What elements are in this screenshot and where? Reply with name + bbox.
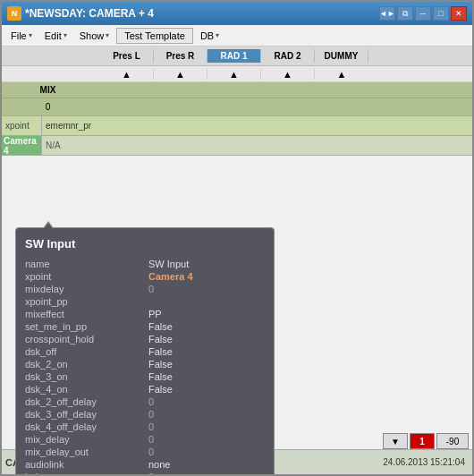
title-bar: N *NEWSDAY: CAMERA + 4 ◄► ⧉ ─ □ ✕ [2,2,472,25]
title-bar-buttons: ◄► ⧉ ─ □ ✕ [379,6,467,21]
arrow-5: ▲ [315,69,368,80]
xpoint-row: xpoint ememnr_pr [2,116,472,136]
edit-menu[interactable]: Edit ▾ [39,29,72,43]
test-template-button[interactable]: Test Template [116,28,193,44]
tooltip-key-mixdelay: mixdelay [25,284,141,294]
camera4-row: Camera 4 N/A [2,136,472,156]
arrow-1: ▲ [100,69,154,80]
tooltip-val-dsk4on: False [148,384,173,395]
edit-menu-arrow: ▾ [63,31,67,39]
mix-value-row: 0 [2,98,472,115]
db-menu-arrow: ▾ [216,31,219,39]
tooltip-val-mixdelayout: 0 [148,446,154,457]
tooltip-row-mixeffect: mixeffect PP [25,308,265,320]
nav-button[interactable]: ◄► [379,6,395,21]
tooltip-popup: SW Input name SW Input xpoint Camera 4 m… [15,227,275,474]
tooltip-key-dsk4offdelay: dsk_4_off_delay [25,421,141,432]
tooltip-row-crosspointhold: crosspoint_hold False [25,333,265,345]
window-title: *NEWSDAY: CAMERA + 4 [25,7,376,20]
channel-rad1: RAD 1 [207,49,261,63]
bottom-area: ▼ 1 -90 CAM 24.06.2013 15:21:04 SW Input… [2,156,472,474]
tooltip-key-dsk3offdelay: dsk_3_off_delay [25,409,141,420]
tooltip-key-setmeinpp: set_me_in_pp [25,321,141,332]
tooltip-row-dsk3offdelay: dsk_3_off_delay 0 [25,408,265,421]
slider-1[interactable]: ▼ [383,433,408,449]
show-menu-arrow: ▾ [106,31,109,39]
tooltip-row-dskoff: dsk_off False [25,345,265,358]
arrow-3: ▲ [207,69,261,80]
file-menu[interactable]: File ▾ [5,29,38,43]
close-button[interactable]: ✕ [451,6,467,21]
timestamp: 24.06.2013 15:21:04 [383,457,465,467]
tooltip-key-dsk3on: dsk_3_on [25,371,141,382]
tooltip-val-xpoint: Camera 4 [148,271,193,282]
tooltip-row-index: index 0 [25,471,265,474]
menu-bar: File ▾ Edit ▾ Show ▾ Test Template DB ▾ [2,25,472,47]
tooltip-row-xpointpp: xpoint_pp [25,295,265,308]
arrow-4: ▲ [261,69,315,80]
tooltip-key-audiolink: audiolink [25,459,141,470]
maximize-button[interactable]: □ [433,6,449,21]
xpoint-name: ememnr_pr [42,121,100,131]
channel-header: Pres L Pres R RAD 1 RAD 2 DUMMY [2,47,472,66]
tooltip-row-dsk3on: dsk_3_on False [25,370,265,383]
tooltip-key-xpointpp: xpoint_pp [25,296,141,307]
xpoint-type: xpoint [2,116,42,135]
arrow-row: ▲ ▲ ▲ ▲ ▲ [2,66,472,82]
tooltip-row-name: name SW Input [25,258,265,270]
tooltip-key-mixeffect: mixeffect [25,309,141,319]
tooltip-val-dsk3offdelay: 0 [148,409,154,420]
channel-dummy: DUMMY [315,49,368,63]
tooltip-val-mixdelay: 0 [148,284,154,294]
channel-pres-r: Pres R [154,49,207,63]
tooltip-key-dsk4on: dsk_4_on [25,384,141,395]
tooltip-row-mixdelay2: mix_delay 0 [25,433,265,446]
tooltip-key-xpoint: xpoint [25,271,141,282]
tooltip-row-mixdelayout: mix_delay_out 0 [25,446,265,458]
tooltip-row-dsk4on: dsk_4_on False [25,383,265,395]
camera4-value: N/A [42,140,87,150]
mix-label-row: MIX [2,82,472,98]
tooltip-key-dskoff: dsk_off [25,346,141,357]
tooltip-row-dsk2on: dsk_2_on False [25,358,265,370]
channel-rad2: RAD 2 [261,49,315,63]
slider-row: ▼ 1 -90 [383,433,469,449]
camera4-label: Camera 4 [2,136,42,155]
mix-label: MIX [5,85,90,95]
tooltip-row-dsk2offdelay: dsk_2_off_delay 0 [25,395,265,408]
tooltip-val-dsk2offdelay: 0 [148,396,154,407]
tooltip-val-mixdelay2: 0 [148,434,154,445]
tooltip-val-dsk3on: False [148,371,173,382]
tooltip-row-audiolink: audiolink none [25,458,265,471]
show-menu[interactable]: Show ▾ [74,29,115,43]
tooltip-key-crosspointhold: crosspoint_hold [25,334,141,344]
tooltip-val-dsk4offdelay: 0 [148,421,154,432]
mix-value-box: 0 [5,102,90,112]
minimize-button[interactable]: ─ [415,6,431,21]
tooltip-val-crosspointhold: False [148,334,173,344]
tooltip-title: SW Input [25,237,265,251]
tooltip-val-setmeinpp: False [148,321,173,332]
main-window: N *NEWSDAY: CAMERA + 4 ◄► ⧉ ─ □ ✕ File ▾… [0,0,474,476]
tooltip-val-dsk2on: False [148,359,173,370]
app-icon: N [7,6,21,21]
tooltip-val-name: SW Input [148,259,189,269]
tooltip-row-xpoint: xpoint Camera 4 [25,270,265,283]
tooltip-key-dsk2on: dsk_2_on [25,359,141,370]
slider-3[interactable]: -90 [436,433,469,449]
slider-2[interactable]: 1 [410,433,435,449]
tooltip-row-dsk4offdelay: dsk_4_off_delay 0 [25,421,265,433]
tooltip-row-setmeinpp: set_me_in_pp False [25,320,265,333]
tooltip-row-mixdelay: mixdelay 0 [25,283,265,295]
tooltip-val-mixeffect: PP [148,309,162,319]
tooltip-key-mixdelayout: mix_delay_out [25,446,141,457]
file-menu-arrow: ▾ [29,31,32,39]
tooltip-key-mixdelay2: mix_delay [25,434,141,445]
tooltip-val-index: 0 [148,472,154,474]
arrow-2: ▲ [154,69,207,80]
tooltip-val-dskoff: False [148,346,173,357]
main-content: Pres L Pres R RAD 1 RAD 2 DUMMY ▲ ▲ ▲ ▲ … [2,47,472,474]
copy-button[interactable]: ⧉ [397,6,413,21]
mix-section: MIX 0 [2,82,472,116]
db-menu[interactable]: DB ▾ [195,29,224,43]
